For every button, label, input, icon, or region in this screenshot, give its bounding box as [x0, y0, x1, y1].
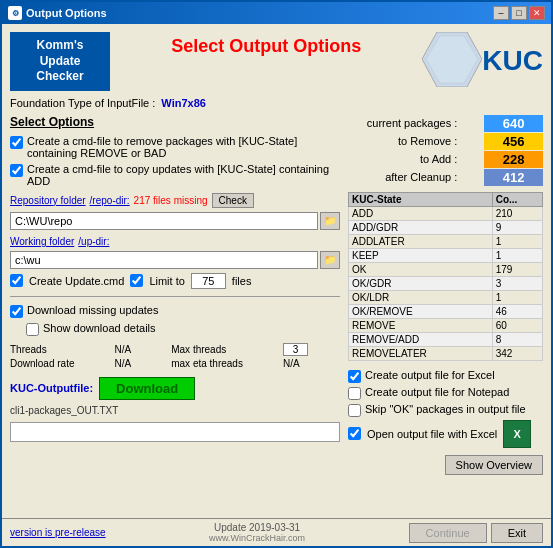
exit-button[interactable]: Exit: [491, 523, 543, 543]
checkbox2[interactable]: [10, 164, 23, 177]
table-row: OK179: [349, 262, 543, 276]
kuc-table: KUC-State Co... ADD210ADD/GDR9ADDLATER1K…: [348, 192, 543, 361]
title-bar-left: ⚙ Output Options: [8, 6, 107, 20]
files-label: files: [232, 275, 252, 287]
download-missing-checkbox[interactable]: [10, 305, 23, 318]
remove-label: to Remove :: [348, 135, 457, 147]
repo-input-row: 📁: [10, 212, 340, 230]
download-missing-row: Download missing updates: [10, 304, 340, 318]
missing-files-text: 217 files missing: [134, 195, 208, 206]
cleanup-label: after Cleanup :: [348, 171, 457, 183]
table-row: ADDLATER1: [349, 234, 543, 248]
cleanup-value: 412: [484, 169, 543, 186]
table-col1-header: KUC-State: [349, 192, 493, 206]
table-cell-state: OK/LDR: [349, 290, 493, 304]
table-row: ADD/GDR9: [349, 220, 543, 234]
update-text: Update 2019-03-31: [209, 522, 305, 533]
excel-output-checkbox[interactable]: [348, 370, 361, 383]
window: ⚙ Output Options – □ ✕ Komm's Update Che…: [0, 0, 553, 548]
notepad-output-checkbox[interactable]: [348, 387, 361, 400]
table-col2-header: Co...: [492, 192, 542, 206]
repo-dir-switch: /repo-dir:: [90, 195, 130, 206]
limit-value-input[interactable]: [191, 273, 226, 289]
table-cell-count: 1: [492, 248, 542, 262]
working-path-input[interactable]: [10, 251, 318, 269]
max-eta-value: N/A: [283, 358, 340, 369]
open-excel-checkbox[interactable]: [348, 427, 361, 440]
working-dir-switch: /up-dir:: [78, 236, 109, 247]
version-link[interactable]: version is pre-release: [10, 527, 106, 538]
check-button[interactable]: Check: [212, 193, 254, 208]
working-folder-button[interactable]: 📁: [320, 251, 340, 269]
logo-line2: Update Checker: [36, 54, 83, 84]
foundation-value: Win7x86: [161, 97, 206, 109]
limit-checkbox[interactable]: [130, 274, 143, 287]
table-cell-count: 9: [492, 220, 542, 234]
content-area: Komm's Update Checker Select Output Opti…: [2, 24, 551, 518]
repo-dir-label: Repository folder: [10, 195, 86, 206]
table-row: OK/REMOVE46: [349, 304, 543, 318]
table-cell-state: REMOVE: [349, 318, 493, 332]
title-bar: ⚙ Output Options – □ ✕: [2, 2, 551, 24]
right-checkboxes: Create output file for Excel Create outp…: [348, 369, 543, 475]
title-buttons: – □ ✕: [493, 6, 545, 20]
repo-folder-row: Repository folder /repo-dir: 217 files m…: [10, 193, 340, 208]
left-panel: Select Options Create a cmd-file to remo…: [10, 115, 340, 510]
excel-output-row: Create output file for Excel: [348, 369, 543, 383]
working-input-row: 📁: [10, 251, 340, 269]
show-download-details-label: Show download details: [43, 322, 156, 334]
checkbox2-label: Create a cmd-file to copy updates with […: [27, 163, 340, 187]
header-title: Select Output Options: [118, 32, 414, 57]
bottom-center: Update 2019-03-31 www.WinCrackHair.com: [209, 522, 305, 543]
hex-decoration: [422, 32, 482, 87]
table-cell-state: OK: [349, 262, 493, 276]
repo-path-input[interactable]: [10, 212, 318, 230]
skip-ok-checkbox[interactable]: [348, 404, 361, 417]
table-row: REMOVELATER342: [349, 346, 543, 360]
bottom-buttons: Continue Exit: [409, 523, 543, 543]
threads-value: N/A: [115, 344, 164, 355]
repo-folder-button[interactable]: 📁: [320, 212, 340, 230]
show-overview-button[interactable]: Show Overview: [445, 455, 543, 475]
table-cell-state: REMOVE/ADD: [349, 332, 493, 346]
checkbox1[interactable]: [10, 136, 23, 149]
table-row: KEEP1: [349, 248, 543, 262]
website-text: www.WinCrackHair.com: [209, 533, 305, 543]
logo-line1: Komm's: [37, 38, 84, 52]
output-sunken-box: [10, 422, 340, 442]
output-label: KUC-Outputfile:: [10, 382, 93, 394]
stats-grid: current packages : 640 to Remove : 456 t…: [348, 115, 543, 186]
divider1: [10, 296, 340, 297]
maximize-button[interactable]: □: [511, 6, 527, 20]
threads-label: Threads: [10, 344, 107, 355]
download-button[interactable]: Download: [99, 377, 195, 400]
max-threads-input[interactable]: [283, 343, 308, 356]
minimize-button[interactable]: –: [493, 6, 509, 20]
hex-svg: [422, 32, 482, 87]
app-icon: ⚙: [8, 6, 22, 20]
add-value: 228: [484, 151, 543, 168]
download-rate-label: Download rate: [10, 358, 107, 369]
window-title: Output Options: [26, 7, 107, 19]
working-dir-label: Working folder: [10, 236, 74, 247]
select-options-title: Select Options: [10, 115, 340, 129]
threads-grid: Threads N/A Max threads Download rate N/…: [10, 343, 340, 369]
create-cmd-checkbox[interactable]: [10, 274, 23, 287]
open-excel-row: Open output file with Excel X: [348, 420, 543, 448]
show-download-details-checkbox[interactable]: [26, 323, 39, 336]
create-cmd-label: Create Update.cmd: [29, 275, 124, 287]
output-row: KUC-Outputfile: Download: [10, 377, 340, 400]
table-cell-state: OK/GDR: [349, 276, 493, 290]
table-cell-count: 8: [492, 332, 542, 346]
close-button[interactable]: ✕: [529, 6, 545, 20]
show-download-details-row: Show download details: [26, 322, 340, 336]
table-cell-count: 46: [492, 304, 542, 318]
table-cell-count: 342: [492, 346, 542, 360]
download-rate-value: N/A: [115, 358, 164, 369]
working-folder-row: Working folder /up-dir:: [10, 236, 340, 247]
table-cell-state: OK/REMOVE: [349, 304, 493, 318]
table-cell-state: ADD: [349, 206, 493, 220]
table-cell-state: ADDLATER: [349, 234, 493, 248]
foundation-label: Foundation Type of InputFile :: [10, 97, 155, 109]
continue-button[interactable]: Continue: [409, 523, 487, 543]
